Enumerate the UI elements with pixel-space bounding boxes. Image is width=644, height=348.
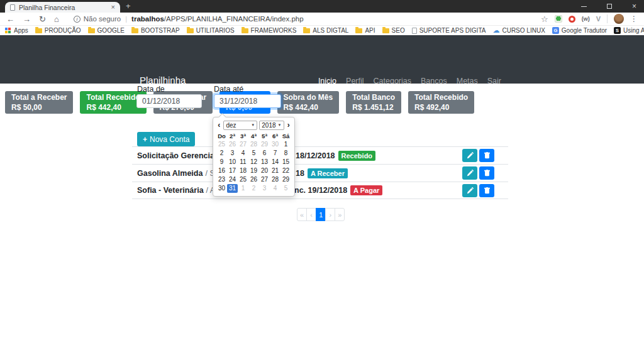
bookmark-item[interactable]: FRAMEWORKS xyxy=(242,27,297,34)
calendar-next-icon[interactable]: › xyxy=(286,121,291,129)
site-info-icon[interactable]: i xyxy=(74,16,80,23)
bookmark-apps[interactable]: Apps xyxy=(5,27,28,34)
pagination-last[interactable]: » xyxy=(335,208,345,221)
calendar-day[interactable]: 29 xyxy=(280,175,291,184)
reload-icon[interactable]: ↻ xyxy=(39,15,46,23)
calendar-day[interactable]: 23 xyxy=(216,175,227,184)
url-path[interactable]: /APPS/PLANILHA_FINANCEIRA/index.php xyxy=(164,15,304,23)
calendar-day[interactable]: 12 xyxy=(248,158,259,166)
date-from-input[interactable] xyxy=(136,94,202,108)
nav-item-metas[interactable]: Metas xyxy=(457,77,478,85)
edit-button[interactable] xyxy=(462,149,477,162)
bookmark-item[interactable]: G Google Tradutor xyxy=(552,27,607,34)
extension-w-icon[interactable]: (w) xyxy=(582,16,590,22)
nav-item-perfil[interactable]: Perfil xyxy=(346,77,364,85)
extension-v-icon[interactable]: V xyxy=(596,15,601,23)
calendar-day[interactable]: 2 xyxy=(216,149,227,158)
calendar-day[interactable]: 3 xyxy=(259,184,270,193)
bookmark-item[interactable]: ALS DIGTAL xyxy=(303,27,348,34)
date-to-input[interactable] xyxy=(214,94,281,108)
calendar-day[interactable]: 18 xyxy=(238,166,248,175)
calendar-day[interactable]: 16 xyxy=(216,166,227,175)
calendar-day[interactable]: 15 xyxy=(280,158,291,166)
extension-red-ring-icon[interactable] xyxy=(569,16,575,23)
url-host[interactable]: trabalhos xyxy=(131,15,164,23)
calendar-day[interactable]: 30 xyxy=(270,140,280,149)
calendar-day[interactable]: 21 xyxy=(270,166,280,175)
calendar-day[interactable]: 28 xyxy=(248,140,259,149)
new-account-button[interactable]: + Nova Conta xyxy=(137,132,195,146)
edit-button[interactable] xyxy=(462,184,477,197)
calendar-day[interactable]: 24 xyxy=(227,175,238,184)
pagination-page-1[interactable]: 1 xyxy=(316,208,326,221)
calendar-month-select[interactable]: dez ▼ xyxy=(223,121,257,130)
calendar-day[interactable]: 13 xyxy=(259,158,270,166)
extension-green-icon[interactable] xyxy=(555,15,562,23)
profile-avatar[interactable] xyxy=(614,14,624,24)
calendar-day[interactable]: 31 xyxy=(227,184,238,193)
calendar-day[interactable]: 29 xyxy=(259,140,270,149)
window-close-icon[interactable]: × xyxy=(632,3,636,10)
bookmark-item[interactable]: ☁ CURSO LINUX xyxy=(492,27,545,34)
calendar-day[interactable]: 25 xyxy=(216,140,227,149)
new-tab-button[interactable]: + xyxy=(126,1,131,11)
bookmark-item[interactable]: API xyxy=(355,27,375,34)
calendar-day[interactable]: 26 xyxy=(227,140,238,149)
calendar-day[interactable]: 14 xyxy=(270,158,280,166)
bookmark-star-icon[interactable]: ☆ xyxy=(541,14,548,24)
bookmark-item[interactable]: SUPORTE APS DIGITA xyxy=(412,27,486,34)
bookmark-item[interactable]: SEO xyxy=(382,27,405,34)
bookmark-item[interactable]: GOOGLE xyxy=(88,27,125,34)
calendar-day[interactable]: 22 xyxy=(280,166,291,175)
calendar-prev-icon[interactable]: ‹ xyxy=(216,121,221,129)
nav-item-sair[interactable]: Sair xyxy=(487,77,501,85)
bookmark-item[interactable]: BOOTSTRAP xyxy=(131,27,180,34)
calendar-day[interactable]: 27 xyxy=(238,140,248,149)
delete-button[interactable] xyxy=(479,184,494,197)
calendar-day[interactable]: 20 xyxy=(259,166,270,175)
calendar-day[interactable]: 7 xyxy=(270,149,280,158)
nav-item-categorias[interactable]: Categorias xyxy=(374,77,411,85)
calendar-day[interactable]: 1 xyxy=(280,140,291,149)
calendar-day[interactable]: 5 xyxy=(248,149,259,158)
calendar-day[interactable]: 11 xyxy=(238,158,248,166)
back-icon[interactable]: ← xyxy=(6,15,14,23)
calendar-day[interactable]: 4 xyxy=(238,149,248,158)
window-minimize-icon[interactable] xyxy=(581,6,587,7)
bookmark-item[interactable]: PRODUÇÃO xyxy=(35,27,81,34)
bookmark-item[interactable]: UTILITARIOS xyxy=(187,27,235,34)
pagination-prev[interactable]: ‹ xyxy=(306,208,316,221)
nav-item-bancos[interactable]: Bancos xyxy=(421,77,447,85)
calendar-day[interactable]: 3 xyxy=(227,149,238,158)
edit-button[interactable] xyxy=(462,166,477,180)
calendar-day[interactable]: 10 xyxy=(227,158,238,166)
calendar-day[interactable]: 9 xyxy=(216,158,227,166)
delete-button[interactable] xyxy=(479,149,494,162)
window-maximize-icon[interactable] xyxy=(607,4,612,9)
calendar-day[interactable]: 4 xyxy=(270,184,280,193)
calendar-day[interactable]: 25 xyxy=(238,175,248,184)
tab-close-icon[interactable]: × xyxy=(111,4,115,11)
calendar-day[interactable]: 2 xyxy=(248,184,259,193)
pagination-first[interactable]: « xyxy=(297,208,307,221)
calendar-day[interactable]: 19 xyxy=(248,166,259,175)
app-brand[interactable]: Planilhinha xyxy=(140,75,186,85)
home-icon[interactable]: ⌂ xyxy=(54,15,59,23)
calendar-day[interactable]: 30 xyxy=(216,184,227,193)
calendar-day[interactable]: 6 xyxy=(259,149,270,158)
security-label[interactable]: Não seguro xyxy=(84,15,121,23)
pagination-next[interactable]: › xyxy=(325,208,335,221)
calendar-day[interactable]: 17 xyxy=(227,166,238,175)
calendar-day[interactable]: 5 xyxy=(280,184,291,193)
calendar-day[interactable]: 8 xyxy=(280,149,291,158)
forward-icon[interactable]: → xyxy=(23,15,31,23)
calendar-day[interactable]: 28 xyxy=(270,175,280,184)
calendar-day[interactable]: 27 xyxy=(259,175,270,184)
nav-item-inicio[interactable]: Inicio xyxy=(318,77,336,85)
browser-tab[interactable]: Planilha Financeira × xyxy=(5,2,120,13)
calendar-year-select[interactable]: 2018 ▼ xyxy=(259,121,284,130)
calendar-day[interactable]: 26 xyxy=(248,175,259,184)
bookmark-item[interactable]: S Using Axios to Pull D xyxy=(614,27,644,34)
browser-menu-icon[interactable]: ⋮ xyxy=(630,14,638,23)
delete-button[interactable] xyxy=(479,166,494,180)
